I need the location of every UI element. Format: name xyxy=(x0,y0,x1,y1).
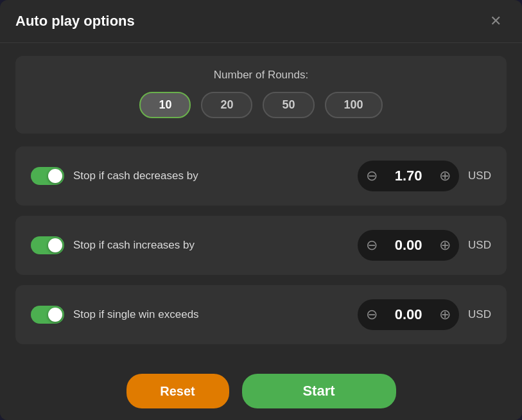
option-row-single-win: Stop if single win exceeds ⊖ 0.00 ⊕ USD xyxy=(15,285,507,344)
toggle-single-win[interactable] xyxy=(31,306,64,324)
currency-cash-increase: USD xyxy=(468,239,491,252)
reset-button[interactable]: Reset xyxy=(126,374,229,408)
toggle-knob-cash-decrease xyxy=(48,169,62,183)
stepper-value-cash-increase: 0.00 xyxy=(386,237,431,254)
option-label-cash-decrease: Stop if cash decreases by xyxy=(73,170,198,182)
round-btn-10[interactable]: 10 xyxy=(139,92,191,118)
stepper-increment-cash-decrease[interactable]: ⊕ xyxy=(433,164,457,188)
dialog-title: Auto play options xyxy=(15,13,135,30)
option-label-single-win: Stop if single win exceeds xyxy=(73,308,199,321)
toggle-cash-increase[interactable] xyxy=(31,236,64,254)
stepper-decrement-single-win[interactable]: ⊖ xyxy=(360,303,383,326)
dialog-header: Auto play options ✕ xyxy=(0,0,522,43)
stepper-increment-cash-increase[interactable]: ⊕ xyxy=(433,234,457,257)
stepper-decrement-cash-decrease[interactable]: ⊖ xyxy=(360,164,383,188)
option-left-cash-decrease: Stop if cash decreases by xyxy=(31,167,198,185)
rounds-section: Number of Rounds: 10 20 50 100 xyxy=(15,56,507,134)
stepper-control-single-win: ⊖ 0.00 ⊕ xyxy=(358,299,459,330)
currency-cash-decrease: USD xyxy=(468,170,491,182)
rounds-buttons: 10 20 50 100 xyxy=(139,92,382,118)
currency-single-win: USD xyxy=(468,308,491,321)
rounds-label: Number of Rounds: xyxy=(214,69,308,82)
stepper-cash-increase: ⊖ 0.00 ⊕ USD xyxy=(358,230,491,261)
auto-play-dialog: Auto play options ✕ Number of Rounds: 10… xyxy=(0,0,522,420)
stepper-increment-single-win[interactable]: ⊕ xyxy=(433,303,457,326)
stepper-control-cash-decrease: ⊖ 1.70 ⊕ xyxy=(358,161,459,191)
round-btn-20[interactable]: 20 xyxy=(201,92,252,118)
round-btn-50[interactable]: 50 xyxy=(263,92,314,118)
stepper-decrement-cash-increase[interactable]: ⊖ xyxy=(360,234,383,257)
round-btn-100[interactable]: 100 xyxy=(325,92,383,118)
dialog-footer: Reset Start xyxy=(0,362,522,420)
option-left-single-win: Stop if single win exceeds xyxy=(31,306,199,324)
close-button[interactable]: ✕ xyxy=(485,12,507,31)
stepper-control-cash-increase: ⊖ 0.00 ⊕ xyxy=(358,230,459,261)
option-left-cash-increase: Stop if cash increases by xyxy=(31,236,195,254)
option-label-cash-increase: Stop if cash increases by xyxy=(73,239,195,252)
toggle-knob-cash-increase xyxy=(48,238,62,252)
stepper-value-single-win: 0.00 xyxy=(386,306,431,323)
option-row-cash-decrease: Stop if cash decreases by ⊖ 1.70 ⊕ USD xyxy=(15,146,507,206)
toggle-knob-single-win xyxy=(48,308,62,322)
stepper-cash-decrease: ⊖ 1.70 ⊕ USD xyxy=(358,161,491,191)
start-button[interactable]: Start xyxy=(242,374,396,408)
option-row-cash-increase: Stop if cash increases by ⊖ 0.00 ⊕ USD xyxy=(15,216,507,275)
toggle-cash-decrease[interactable] xyxy=(31,167,64,185)
stepper-single-win: ⊖ 0.00 ⊕ USD xyxy=(358,299,491,330)
dialog-body: Number of Rounds: 10 20 50 100 Stop if c… xyxy=(0,43,522,369)
stepper-value-cash-decrease: 1.70 xyxy=(386,168,431,184)
